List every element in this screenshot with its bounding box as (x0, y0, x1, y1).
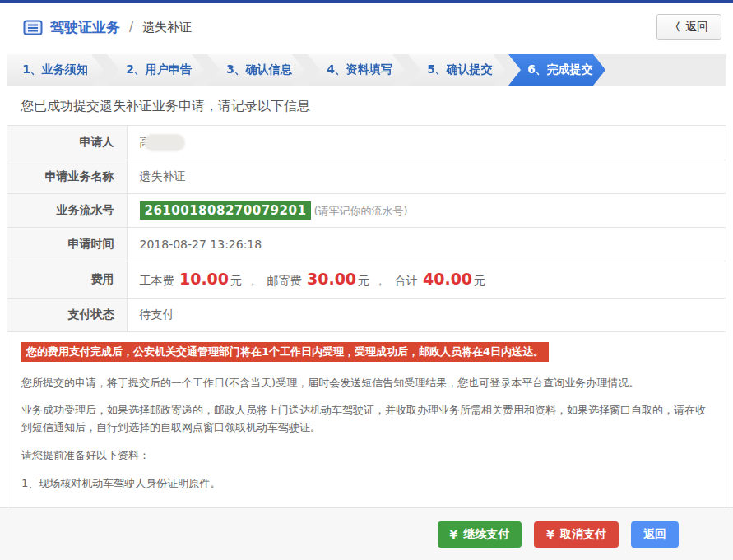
step-3-confirm-info[interactable]: 3、确认信息 (207, 54, 304, 86)
fee-unit: 元 (230, 274, 242, 287)
step-label: 2、用户申告 (126, 62, 192, 77)
row-applicant: 申请人 高 (7, 126, 726, 160)
serial-hint: (请牢记你的流水号) (313, 205, 407, 217)
redaction-blur (144, 134, 185, 151)
chevron-left-icon: 〈 (670, 20, 680, 35)
header-back-label: 返回 (685, 20, 708, 35)
step-2-user-declaration[interactable]: 2、用户申告 (107, 54, 204, 86)
payment-notice-banner: 您的费用支付完成后，公安机关交通管理部门将在1个工作日内受理，受理成功后，邮政人… (21, 342, 549, 362)
breadcrumb: 驾驶证业务 / 遗失补证 (23, 18, 192, 37)
yuan-icon: ¥ (546, 528, 554, 541)
serial-number-badge: 261001808270079201 (140, 201, 312, 220)
fee-item2-label: 邮寄费 (267, 274, 302, 287)
step-1-business-notice[interactable]: 1、业务须知 (7, 54, 104, 86)
row-apply-time: 申请时间 2018-08-27 13:26:18 (7, 227, 726, 261)
fee-separator: ， (247, 274, 258, 287)
header-back-button[interactable]: 〈 返回 (656, 14, 721, 40)
form-list-icon (23, 20, 43, 35)
service-label: 申请业务名称 (7, 160, 127, 193)
row-service-name: 申请业务名称 遗失补证 (7, 160, 726, 193)
status-label: 支付状态 (7, 298, 127, 331)
fee-label: 费用 (7, 261, 127, 298)
note-paragraph: 您所提交的申请，将于提交后的一个工作日(不含当天)受理，届时会发送短信告知受理结… (21, 375, 712, 392)
step-label: 3、确认信息 (226, 62, 292, 77)
note-paragraph: 请您提前准备好以下资料： (21, 447, 712, 465)
continue-payment-label: 继续支付 (463, 527, 509, 542)
applicant-value: 高 (127, 126, 726, 160)
fee-separator: ， (374, 274, 386, 287)
step-progress-bar: 1、业务须知 2、用户申告 3、确认信息 4、资料填写 5、确认提交 6、完成提… (7, 54, 726, 86)
serial-label: 业务流水号 (7, 193, 127, 227)
page-header: 驾驶证业务 / 遗失补证 〈 返回 (0, 3, 733, 51)
step-6-complete-submit: 6、完成提交 (508, 54, 605, 86)
step-label: 6、完成提交 (527, 62, 593, 77)
fee-item1-amount: 10.00 (179, 270, 229, 288)
service-value: 遗失补证 (127, 160, 726, 193)
page-title: 驾驶证业务 (50, 18, 120, 37)
yuan-icon: ¥ (450, 528, 458, 541)
note-paragraph: 1、现场核对机动车驾驶人身份证明原件。 (21, 475, 712, 493)
step-label: 4、资料填写 (327, 62, 392, 77)
fee-unit: 元 (474, 274, 485, 287)
step-4-fill-data[interactable]: 4、资料填写 (308, 54, 405, 86)
serial-value-cell: 261001808270079201(请牢记你的流水号) (127, 193, 726, 227)
note-paragraph: 业务成功受理后，如果选择邮政寄递的，邮政人员将上门送达机动车驾驶证，并收取办理业… (21, 402, 712, 437)
time-label: 申请时间 (7, 227, 127, 261)
fee-item2-amount: 30.00 (307, 270, 356, 288)
row-fee: 费用 工本费 10.00元， 邮寄费 30.00元， 合计 40.00元 (7, 261, 726, 298)
fee-total-label: 合计 (395, 274, 418, 287)
result-panel: 申请人 高 申请业务名称 遗失补证 业务流水号 2610018082700792… (7, 125, 726, 560)
cancel-payment-button[interactable]: ¥ 取消支付 (534, 521, 619, 548)
status-value: 待支付 (127, 298, 726, 331)
page-subtitle: 遗失补证 (142, 20, 192, 35)
fee-unit: 元 (358, 274, 369, 287)
cancel-payment-label: 取消支付 (560, 527, 606, 542)
time-value: 2018-08-27 13:26:18 (127, 227, 726, 261)
continue-payment-button[interactable]: ¥ 继续支付 (438, 521, 522, 548)
footer-back-button[interactable]: 返回 (631, 521, 679, 548)
footer-back-label: 返回 (643, 527, 666, 542)
step-5-confirm-submit[interactable]: 5、确认提交 (408, 54, 505, 86)
breadcrumb-separator: / (129, 20, 133, 35)
fee-total-amount: 40.00 (423, 270, 472, 288)
footer-action-bar: ¥ 继续支付 ¥ 取消支付 返回 (0, 507, 733, 560)
fee-item1-label: 工本费 (140, 274, 174, 287)
step-label: 5、确认提交 (427, 62, 493, 77)
row-pay-status: 支付状态 待支付 (7, 298, 726, 331)
success-message: 您已成功提交遗失补证业务申请，请记录以下信息 (21, 98, 733, 115)
application-info-table: 申请人 高 申请业务名称 遗失补证 业务流水号 2610018082700792… (7, 126, 726, 332)
row-serial-number: 业务流水号 261001808270079201(请牢记你的流水号) (7, 193, 726, 227)
step-label: 1、业务须知 (22, 62, 88, 77)
applicant-label: 申请人 (7, 126, 127, 160)
fee-value-cell: 工本费 10.00元， 邮寄费 30.00元， 合计 40.00元 (127, 261, 726, 298)
